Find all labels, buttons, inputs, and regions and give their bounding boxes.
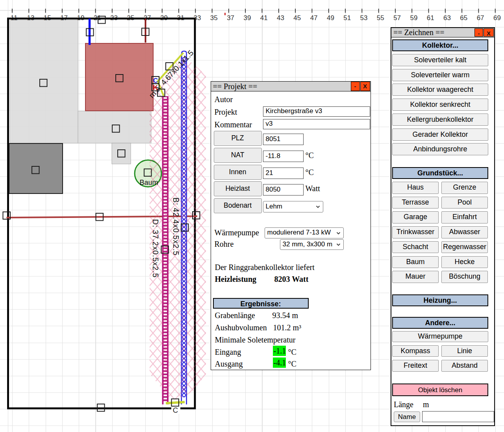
svg-text:49: 49 bbox=[327, 14, 334, 22]
svg-text:C: C bbox=[173, 406, 178, 414]
svg-text:K: K bbox=[153, 84, 158, 91]
svg-text:47: 47 bbox=[310, 14, 318, 22]
svg-text:61: 61 bbox=[427, 14, 434, 22]
svg-text:45: 45 bbox=[293, 14, 301, 22]
svg-text:Baum: Baum bbox=[139, 179, 158, 186]
svg-text:D: 37.2x0.5x2.5: D: 37.2x0.5x2.5 bbox=[151, 219, 160, 278]
svg-text:67: 67 bbox=[477, 14, 484, 22]
svg-text:69: 69 bbox=[493, 14, 501, 22]
svg-text:65: 65 bbox=[460, 14, 467, 22]
svg-text:53: 53 bbox=[360, 14, 368, 22]
svg-text:63: 63 bbox=[443, 14, 451, 22]
svg-text:B: 42.4x0.5x2.5: B: 42.4x0.5x2.5 bbox=[172, 197, 180, 256]
svg-text:41: 41 bbox=[260, 14, 268, 22]
svg-text:37: 37 bbox=[227, 14, 234, 22]
svg-text:35: 35 bbox=[210, 14, 218, 22]
svg-text:55: 55 bbox=[377, 14, 384, 22]
svg-text:59: 59 bbox=[410, 14, 417, 22]
svg-text:51: 51 bbox=[343, 14, 351, 22]
svg-text:43: 43 bbox=[277, 14, 284, 22]
svg-text:57: 57 bbox=[393, 14, 401, 22]
svg-text:C: C bbox=[153, 77, 158, 84]
svg-text:39: 39 bbox=[243, 14, 251, 22]
